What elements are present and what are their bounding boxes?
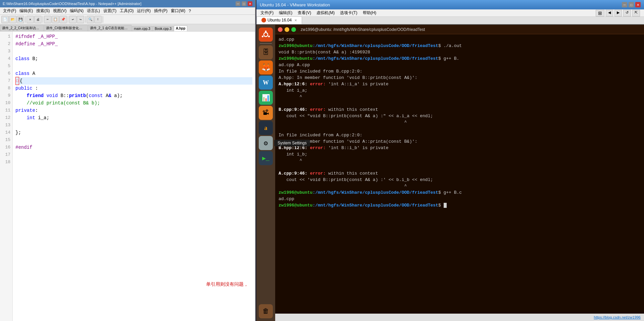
menu-help[interactable]: ? — [187, 8, 193, 14]
maximize-icon[interactable]: □ — [242, 1, 246, 6]
menu-view[interactable]: 视图(V) — [51, 7, 68, 14]
toolbar-sep4 — [85, 16, 86, 23]
editor-annotation: 单引用则没有问题， — [206, 281, 248, 287]
vm-toolbar-btn5[interactable]: ⇱ — [632, 10, 640, 16]
toolbar-close[interactable]: ✕ — [27, 16, 34, 23]
term-line-2: zw1996@ubuntu:/mnt/hgfs/WinShare/cpluspl… — [279, 43, 641, 49]
term-line-26: ad.cpp — [279, 196, 641, 202]
menu-search[interactable]: 搜索(S) — [35, 7, 51, 14]
sidebar-terminal-icon[interactable]: ▶_ — [259, 151, 273, 165]
vmware-maximize[interactable]: □ — [629, 2, 634, 7]
term-line-17: B.hpp: In member function 'void A::print… — [279, 138, 641, 145]
tab-ahpp[interactable]: A.hpp — [174, 26, 187, 31]
vm-menu-view[interactable]: 查看(V) — [295, 9, 314, 16]
toolbar-findreplace[interactable]: ↕ — [94, 16, 102, 23]
term-line-13: cout << "void B::printb(const A& a) :" <… — [279, 113, 641, 119]
code-line-1: #ifndef _A_HPP_ — [15, 33, 252, 40]
sidebar-settings-icon[interactable]: ⚙ System Settings — [259, 136, 273, 150]
toolbar-undo[interactable]: ↩ — [69, 16, 77, 23]
vmware-bottom-bar: https://blog.csdn.net/zw1996 — [275, 314, 644, 321]
code-line-14: }; — [15, 129, 252, 136]
menu-window[interactable]: 窗口(W) — [169, 7, 187, 14]
term-line-19: int i_b; — [279, 151, 641, 157]
tab-book[interactable]: Book.cpp.3 — [153, 26, 174, 31]
code-line-10: //void printa(const B& b); — [15, 99, 252, 107]
vm-toolbar-btn4[interactable]: ↺ — [623, 10, 631, 16]
vm-menu-tabs[interactable]: 选项卡(T) — [337, 9, 360, 16]
toolbar-open[interactable]: 📂 — [9, 16, 16, 23]
toolbar-print[interactable]: 🖨 — [34, 16, 42, 23]
tab-kj2[interactable]: 课件_C#新增和新变化的关键字.txt.3 — [44, 25, 88, 31]
menu-edit[interactable]: 编辑(E) — [18, 7, 35, 14]
vm-tabs: Ubuntu 16.04 ✕ — [256, 17, 644, 25]
menu-lang[interactable]: 语言(L) — [85, 7, 102, 14]
menu-encode[interactable]: 编码(N) — [68, 7, 85, 14]
term-max-btn[interactable] — [291, 27, 296, 32]
vm-menu-file[interactable]: 文件(F) — [258, 9, 276, 16]
vm-toolbar-btn1[interactable]: ⊞ — [596, 10, 604, 16]
term-line-7: A.hpp: In member function 'void B::print… — [279, 75, 641, 81]
code-line-15 — [15, 136, 252, 144]
line-numbers: 1 2 3 4 5 6 7 8 9 10 11 12 13 14 15 16 1… — [0, 32, 13, 321]
vm-menu-edit[interactable]: 编辑(E) — [276, 9, 295, 16]
toolbar-copy[interactable]: 📋 — [52, 16, 59, 23]
tab-main[interactable]: main.cpp.3 — [132, 26, 152, 31]
sidebar-files-icon[interactable]: 🗄 — [259, 45, 273, 59]
term-line-25: zw1996@ubuntu:/mnt/hgfs/WinShare/cpluspl… — [279, 189, 641, 196]
sidebar-ubuntu-icon[interactable] — [259, 28, 273, 42]
toolbar-sep5 — [103, 16, 103, 23]
svg-point-2 — [265, 31, 267, 32]
sidebar-writer-icon[interactable]: W — [259, 76, 273, 90]
minimize-icon[interactable]: ─ — [236, 1, 240, 6]
notepad-titlebar: E:\WinShare16.04\cplusplusCode\OOD\friea… — [0, 0, 255, 7]
tab-kj3[interactable]: 课件_2_1 会C语言就能学会面向对象.txt.3 — [88, 25, 132, 31]
term-line-14: ^ — [279, 119, 641, 126]
sidebar-firefox-icon[interactable]: 🦊 — [259, 60, 273, 75]
code-line-4: class B; — [15, 55, 252, 62]
term-min-btn[interactable] — [285, 27, 289, 32]
code-line-16: #endif — [15, 144, 252, 151]
sidebar-amazon-icon[interactable]: a — [259, 121, 273, 135]
toolbar-new[interactable]: 📄 — [1, 16, 9, 23]
toolbar-redo[interactable]: ↪ — [77, 16, 84, 23]
ubuntu-logo — [261, 30, 270, 39]
sidebar-calc-icon[interactable]: 📊 — [259, 91, 273, 105]
code-editor[interactable]: 1 2 3 4 5 6 7 8 9 10 11 12 13 14 15 16 1… — [0, 32, 255, 321]
code-line-6: class A — [15, 70, 252, 77]
code-line-12: int i_a; — [15, 114, 252, 122]
vm-toolbar-btn2[interactable]: ◀ — [606, 10, 613, 16]
sidebar-trash-icon[interactable]: 🗑 — [259, 304, 273, 318]
code-content[interactable]: #ifndef _A_HPP_ #define _A_HPP_ class B;… — [13, 32, 255, 321]
code-line-2: #define _A_HPP_ — [15, 40, 252, 48]
code-line-9: friend void B::printb(const A& a); — [15, 92, 252, 99]
menu-file[interactable]: 文件(F) — [1, 7, 18, 14]
term-close-btn[interactable] — [278, 27, 283, 32]
toolbar-sep1 — [25, 16, 26, 23]
menu-run[interactable]: 运行(R) — [135, 7, 152, 14]
tab-kj1[interactable]: 课件_2_2_C#封装和访问限制.txt.3 — [0, 25, 44, 31]
term-line-23: cout << 'void B::printb(const A& a) :' <… — [279, 177, 641, 183]
sidebar-impress-icon[interactable]: 📽 — [259, 106, 273, 120]
menu-settings[interactable]: 设置(T) — [102, 7, 118, 14]
vm-tab-ubuntu[interactable]: Ubuntu 16.04 ✕ — [256, 16, 302, 24]
ubuntu-tab-close[interactable]: ✕ — [294, 18, 297, 22]
vmware-close[interactable]: ✕ — [635, 2, 641, 7]
term-line-8: A.hpp:12:6: error: 'int A::i_a' is priva… — [279, 81, 641, 87]
term-line-16: In file included from A.cpp:2:0: — [279, 132, 641, 138]
toolbar-cut[interactable]: ✂ — [44, 16, 51, 23]
notepad-title: E:\WinShare16.04\cplusplusCode\OOD\friea… — [3, 2, 141, 6]
close-icon[interactable]: ✕ — [248, 1, 252, 6]
vm-menu-vm[interactable]: 虚拟机(M) — [314, 9, 337, 16]
menu-plugins[interactable]: 插件(P) — [152, 7, 169, 14]
terminal-cursor — [444, 203, 447, 208]
toolbar-sep2 — [43, 16, 43, 23]
terminal-content[interactable]: ad.cpp zw1996@ubuntu:/mnt/hgfs/WinShare/… — [275, 34, 644, 314]
toolbar-paste[interactable]: 📌 — [59, 16, 67, 23]
toolbar-save[interactable]: 💾 — [17, 16, 24, 23]
toolbar-find[interactable]: 🔍 — [87, 16, 94, 23]
vm-menu-help[interactable]: 帮助(H) — [360, 9, 379, 16]
menu-tools[interactable]: 工具(O) — [118, 7, 135, 14]
vmware-minimize[interactable]: ─ — [622, 2, 627, 7]
vm-toolbar-btn3[interactable]: ▶ — [614, 10, 622, 16]
code-line-3 — [15, 48, 252, 55]
